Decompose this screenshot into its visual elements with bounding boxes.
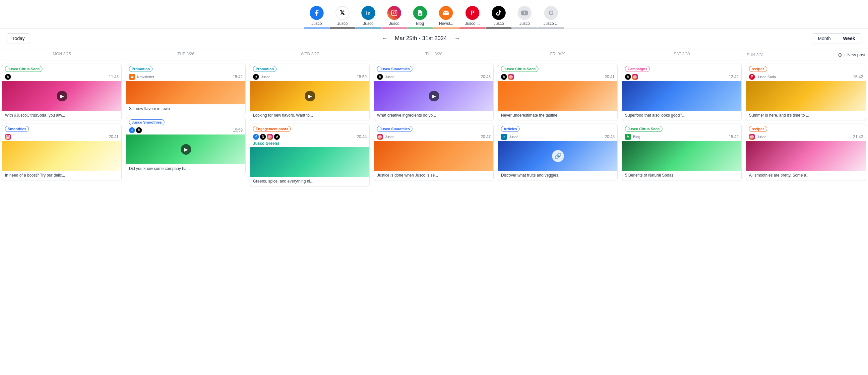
month-view-button[interactable]: Month [812, 34, 837, 43]
platform-icons: P Jusco Soda [749, 74, 776, 80]
li-platform-icon: in [501, 134, 507, 140]
card-image [250, 147, 369, 177]
card-time: 20:41 [109, 135, 119, 139]
post-card[interactable]: Jusco Citrus Soda 𝕏 11:45 ▶ With #JuscoC… [2, 64, 122, 121]
card-text: All smoothies are pretty. Some a... [746, 171, 866, 180]
card-tag: Jusco Smoothies [377, 66, 412, 72]
post-card[interactable]: Jusco Smoothies 𝕏 Jusco 20:45 ▶ What cre… [374, 64, 494, 121]
nav-item-pinterest[interactable]: P Jusco ... [459, 3, 486, 29]
card-image [746, 141, 866, 171]
nav-underline-linkedin [355, 28, 381, 29]
post-card[interactable]: Campaigns 𝕏 12:42 Superfood that also lo… [622, 64, 742, 121]
svg-rect-6 [6, 135, 10, 138]
nav-label-instagram: Jusco [389, 21, 399, 26]
post-card[interactable]: Jusco Citrus Soda ✎ Blog 15:42 5 Benefit… [622, 124, 742, 181]
svg-point-1 [393, 12, 396, 14]
day-header-mon: MON 3/25 [0, 48, 124, 61]
week-view-button[interactable]: Week [837, 34, 861, 43]
card-name: Jusco [385, 75, 395, 79]
post-card[interactable]: Engagement posts 𝕏 20:44 [250, 124, 370, 187]
card-text: In need of a boost? Try our delic... [2, 171, 121, 180]
platform-icons: ✎ Blog [625, 134, 640, 140]
nav-label-twitter: Jusco [337, 21, 347, 26]
nav-underline-twitter [330, 28, 355, 29]
post-card[interactable]: Smoothies 20:41 In need of a boost? Try … [2, 124, 122, 181]
nav-label-blog: Blog [416, 21, 424, 26]
post-card[interactable]: Jusco Smoothies Jusco 20:47 Justice is d… [374, 124, 494, 181]
top-nav: Jusco 𝕏 Jusco in Jusco Jusco Blog [0, 0, 868, 29]
nav-item-blog[interactable]: Blog [407, 3, 433, 29]
blog-platform-icon: ✎ [625, 134, 631, 140]
post-card[interactable]: Jusco Citrus Soda 𝕏 20:41 Never underest… [498, 64, 618, 121]
day-col-sat: Campaigns 𝕏 12:42 Superfood that also lo… [620, 61, 744, 227]
prev-arrow[interactable]: ← [380, 34, 390, 43]
nav-item-youtube[interactable]: Jusco [512, 3, 537, 29]
nav-item-linkedin[interactable]: in Jusco [355, 3, 381, 29]
day-header-thu: THU 3/28 [372, 48, 496, 61]
day-header-fri: FRI 3/29 [496, 48, 620, 61]
card-text: Discover what fruits and veggies... [498, 171, 617, 180]
card-text: Never underestimate the tastine... [498, 111, 617, 121]
post-card[interactable]: Promotion Jusco 15:59 ▶ Looking for new … [250, 64, 370, 121]
video-overlay: ▶ [57, 91, 67, 101]
nav-label-newsletter: Newsl... [439, 21, 453, 26]
facebook-icon [310, 6, 323, 20]
nav-label-facebook: Jusco [311, 21, 321, 26]
card-image [374, 141, 493, 171]
nav-item-tiktok[interactable]: Jusco [486, 3, 512, 29]
ig-platform-icon [5, 134, 11, 140]
card-time: 15:42 [853, 74, 863, 79]
day-header-wed: WED 3/27 [248, 48, 372, 61]
platform-icons: 𝕏 [129, 127, 142, 133]
post-card[interactable]: Promotion Newsletter 15:42 SJ: new flavo… [126, 64, 246, 114]
platform-icons: Jusco [253, 74, 271, 80]
card-tag: recipes [749, 126, 767, 132]
card-text: With #JuscoCitrusSoda, you alw... [2, 111, 121, 121]
nav-item-google[interactable]: G Jusco ... [537, 3, 564, 29]
nav-item-twitter[interactable]: 𝕏 Jusco [330, 3, 355, 29]
day-header-tue: TUE 3/26 [124, 48, 248, 61]
svg-point-10 [269, 136, 271, 137]
card-text: 5 Benefits of Natural Sodas [622, 171, 741, 180]
card-tag: Jusco Citrus Soda [625, 126, 662, 132]
card-name: Newsletter [137, 75, 154, 79]
next-arrow[interactable]: → [452, 34, 462, 43]
card-time: 15:42 [729, 135, 739, 139]
svg-rect-9 [269, 135, 271, 138]
svg-point-14 [510, 76, 512, 77]
post-card[interactable]: recipes Jusco 21:42 All smoothies are pr… [746, 124, 866, 181]
card-time: 15:59 [357, 74, 367, 79]
card-time: 21:42 [853, 135, 863, 139]
pt-platform-icon: P [749, 74, 755, 80]
nav-item-facebook[interactable]: Jusco [304, 3, 330, 29]
card-tag: Jusco Smoothies [129, 119, 164, 125]
plus-icon: ⊕ [838, 52, 842, 58]
instagram-icon [387, 6, 401, 20]
tt-platform-icon [274, 134, 280, 140]
svg-point-2 [396, 11, 396, 11]
pinterest-icon: P [465, 6, 479, 20]
card-text: Did you know some company ha... [126, 164, 245, 174]
day-col-tue: Promotion Newsletter 15:42 SJ: new flavo… [124, 61, 248, 227]
nav-item-instagram[interactable]: Jusco [381, 3, 407, 29]
day-col-thu: Jusco Smoothies 𝕏 Jusco 20:45 ▶ What cre… [372, 61, 496, 227]
card-time: 20:44 [357, 135, 367, 139]
card-name: Jusco [757, 135, 767, 139]
nav-label-pinterest: Jusco ... [465, 21, 480, 26]
today-button[interactable]: Today [7, 33, 30, 43]
post-card[interactable]: Articles in Jusco 20:43 🔗 Discover what … [498, 124, 618, 181]
view-toggle: Month Week [812, 33, 861, 43]
x-platform-icon: 𝕏 [625, 74, 631, 80]
card-image: ▶ [126, 135, 245, 164]
card-image: ▶ [2, 81, 121, 111]
post-card[interactable]: recipes P Jusco Soda 15:42 Summer is her… [746, 64, 866, 121]
post-card[interactable]: Jusco Smoothies 𝕏 15:59 ▶ Did you know s… [126, 117, 246, 174]
card-image [622, 81, 741, 111]
nav-item-newsletter[interactable]: Newsl... [433, 3, 459, 29]
card-text: Superfood that also looks good?... [622, 111, 741, 121]
new-post-button[interactable]: ⊕ + New post [838, 52, 865, 58]
fb-platform-icon [253, 134, 259, 140]
svg-point-18 [751, 136, 753, 137]
video-overlay: ▶ [429, 91, 439, 101]
ig-platform-icon [377, 134, 383, 140]
